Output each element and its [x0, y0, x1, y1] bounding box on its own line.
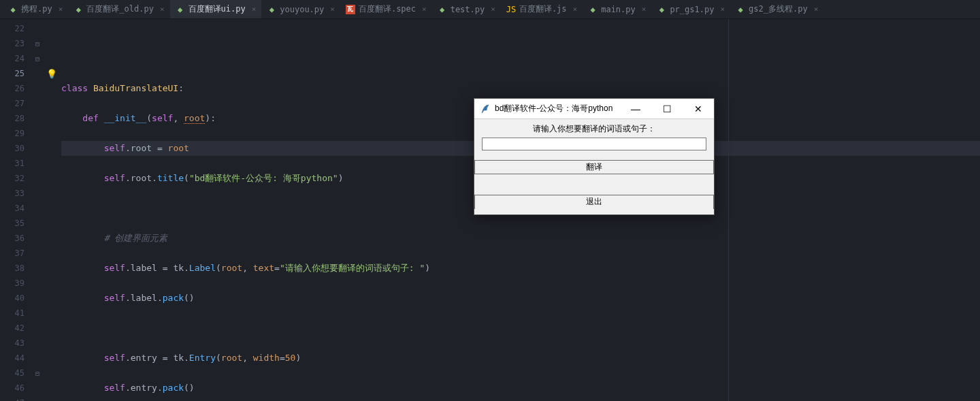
lightbulb-icon[interactable]: 💡 [46, 69, 57, 79]
tk-feather-icon [480, 103, 491, 114]
tab-gs2[interactable]: ◆ gs2_多线程.py × [730, 0, 823, 18]
right-margin-line [728, 19, 729, 401]
tk-app-window: bd翻译软件-公众号：海哥python — ☐ ✕ 请输入你想要翻译的词语或句子… [474, 98, 715, 215]
close-icon[interactable]: × [330, 5, 335, 14]
tab-spec[interactable]: 瓦 百度翻译.spec × [340, 0, 432, 18]
close-icon[interactable]: × [720, 5, 725, 14]
close-icon[interactable]: × [252, 5, 257, 14]
tk-window-title: bd翻译软件-公众号：海哥python [495, 103, 620, 114]
tab-xiecheng[interactable]: ◆ 携程.py × [3, 0, 68, 18]
line-number-gutter: 22 23 24 25 26 27 28 29 30 31 32 33 34 3… [0, 19, 33, 401]
tab-youyou[interactable]: ◆ youyou.py × [261, 0, 340, 18]
fold-gutter: ⊟ ⊟ ⊟ ⊟ [33, 19, 42, 401]
close-icon[interactable]: × [59, 5, 63, 14]
tk-prompt-label: 请输入你想要翻译的词语或句子： [474, 122, 714, 138]
close-icon[interactable]: × [814, 5, 819, 14]
tab-label: 百度翻译.js [519, 3, 567, 15]
tab-label: 百度翻译.spec [359, 3, 416, 15]
tk-body: 请输入你想要翻译的词语或句子： 翻译 退出 [474, 119, 714, 214]
fold-end-marker[interactable]: ⊟ [33, 366, 42, 381]
hint-gutter: 💡 [42, 19, 61, 401]
tab-label: 百度翻译ui.py [189, 3, 246, 15]
tab-label: 百度翻译_old.py [86, 3, 154, 15]
fold-marker[interactable]: ⊟ [33, 51, 42, 66]
tab-label: 携程.py [21, 3, 52, 15]
maximize-button[interactable]: ☐ [651, 99, 683, 119]
spec-icon: 瓦 [346, 5, 355, 14]
close-button[interactable]: ✕ [683, 99, 714, 119]
python-icon: ◆ [588, 5, 598, 14]
python-icon: ◆ [267, 5, 276, 14]
tk-entry-input[interactable] [482, 138, 706, 150]
fold-marker[interactable]: ⊟ [33, 36, 42, 51]
tk-quit-button[interactable]: 退出 [474, 195, 714, 209]
minimize-button[interactable]: — [620, 99, 651, 119]
close-icon[interactable]: × [642, 5, 647, 14]
tk-translate-button[interactable]: 翻译 [474, 160, 714, 174]
python-icon: ◆ [438, 5, 447, 14]
tab-label: main.py [601, 5, 636, 14]
python-icon: ◆ [736, 5, 745, 14]
close-icon[interactable]: × [422, 5, 427, 14]
python-icon: ◆ [8, 5, 18, 14]
python-icon: ◆ [74, 5, 83, 14]
python-icon: ◆ [657, 5, 666, 14]
tk-titlebar[interactable]: bd翻译软件-公众号：海哥python — ☐ ✕ [474, 99, 714, 119]
tab-js[interactable]: JS 百度翻译.js × [501, 0, 583, 18]
tab-baidu-ui[interactable]: ◆ 百度翻译ui.py × [170, 0, 262, 18]
close-icon[interactable]: × [160, 5, 165, 14]
close-icon[interactable]: × [573, 5, 578, 14]
python-icon: ◆ [176, 5, 185, 14]
tab-test[interactable]: ◆ test.py × [432, 0, 501, 18]
editor-tab-bar: ◆ 携程.py × ◆ 百度翻译_old.py × ◆ 百度翻译ui.py × … [0, 0, 980, 19]
window-controls: — ☐ ✕ [620, 99, 714, 119]
tab-baidu-old[interactable]: ◆ 百度翻译_old.py × [68, 0, 169, 18]
tab-label: test.py [451, 5, 485, 14]
tab-prgs1[interactable]: ◆ pr_gs1.py × [651, 0, 730, 18]
tab-label: pr_gs1.py [670, 5, 714, 14]
js-icon: JS [506, 5, 516, 14]
close-icon[interactable]: × [491, 5, 495, 14]
fold-marker[interactable]: ⊟ [33, 396, 42, 401]
tab-label: youyou.py [280, 5, 324, 14]
tab-main[interactable]: ◆ main.py × [583, 0, 651, 18]
tab-label: gs2_多线程.py [749, 3, 808, 15]
